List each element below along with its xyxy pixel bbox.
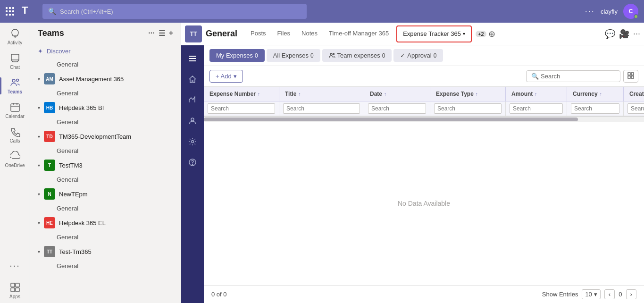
add-button[interactable]: + Add ▾ [209, 70, 243, 83]
team-sub-general-td[interactable]: General [30, 145, 181, 157]
avatar[interactable]: C [623, 4, 638, 19]
video-icon[interactable]: 🎥 [619, 29, 629, 39]
table-search-box[interactable]: 🔍 Search [526, 70, 620, 82]
app-nav-sidebar [181, 45, 204, 303]
sidebar-label-activity: Activity [8, 40, 23, 45]
filter-tab-approval[interactable]: ✓ Approval 0 [393, 49, 443, 62]
next-page-button[interactable]: › [626, 289, 636, 299]
team-group-tm365-dev[interactable]: ▾ TD TM365-DevelopmentTeam [30, 128, 181, 145]
app-nav-settings[interactable] [183, 132, 202, 151]
add-tab-button[interactable]: ⊕ [488, 29, 495, 39]
sidebar-item-more[interactable]: ··· [0, 256, 30, 275]
chat-icon[interactable]: 💬 [605, 29, 615, 39]
app-nav-chart[interactable] [183, 91, 202, 109]
svg-point-19 [192, 141, 194, 143]
content-area: TT General Posts Files Notes Time-off Ma… [181, 23, 644, 303]
search-input-created[interactable] [627, 103, 644, 114]
prev-page-button[interactable]: ‹ [604, 289, 615, 299]
search-input-expense-number[interactable] [208, 103, 275, 114]
team-group-testtm3[interactable]: ▾ T TestTM3 [30, 157, 181, 174]
search-expense-number[interactable] [204, 101, 279, 116]
search-input-date[interactable] [368, 103, 426, 114]
team-group-test-tm365[interactable]: ▾ TT Test-Tm365 [30, 243, 181, 260]
search-title[interactable] [279, 101, 364, 116]
sidebar-item-teams[interactable]: Teams [0, 74, 30, 98]
filter-tab-all-expenses[interactable]: All Expenses 0 [267, 49, 320, 62]
team-sub-general-he[interactable]: General [30, 231, 181, 243]
search-input-title[interactable] [283, 103, 360, 114]
search-input-type[interactable] [434, 103, 502, 114]
sort-date: ↑ [384, 92, 386, 97]
th-date[interactable]: Date ↑ [364, 87, 430, 101]
search-input-currency[interactable] [571, 103, 619, 114]
search-expense-type[interactable] [430, 101, 506, 116]
th-title[interactable]: Title ↑ [279, 87, 364, 101]
svg-rect-3 [6, 10, 8, 12]
app-nav-person[interactable] [183, 111, 202, 130]
search-date[interactable] [364, 101, 430, 116]
teams-add-icon[interactable]: + [169, 29, 173, 38]
team-sub-general-asset[interactable]: General [30, 87, 181, 99]
search-input-amount[interactable] [510, 103, 563, 114]
team-avatar-asset: AM [44, 73, 55, 84]
th-currency-label: Currency [573, 91, 598, 97]
team-group-helpdesk-bi[interactable]: ▾ HB Helpdesk 365 BI [30, 99, 181, 116]
search-amount[interactable] [506, 101, 567, 116]
team-group-newtepm[interactable]: ▾ N NewTEpm [30, 185, 181, 202]
sidebar-item-onedrive[interactable]: OneDrive [0, 147, 30, 172]
sidebar-label-onedrive: OneDrive [5, 163, 25, 168]
main-content: My Expenses 0 All Expenses 0 Team expens… [181, 45, 644, 303]
filter-tab-my-expenses[interactable]: My Expenses 0 [209, 49, 265, 62]
th-currency[interactable]: Currency ↑ [567, 87, 624, 101]
horizontal-scrollbar[interactable] [204, 116, 644, 122]
sort-amount: ↑ [535, 92, 537, 97]
svg-rect-0 [6, 7, 8, 9]
grid-view-button[interactable] [623, 70, 638, 83]
team-sub-general-tt[interactable]: General [30, 260, 181, 272]
teams-filter-icon[interactable]: ☰ [159, 29, 165, 38]
discover-item[interactable]: ✦ Discover [30, 44, 181, 59]
tab-posts[interactable]: Posts [245, 23, 272, 45]
tab-timeoff[interactable]: Time-off Manager 365 [323, 23, 394, 45]
checkmark-icon: ✓ [400, 52, 405, 59]
extra-tabs-badge[interactable]: +2 [476, 31, 486, 37]
sidebar-label-teams: Teams [8, 89, 22, 94]
th-expense-type[interactable]: Expense Type ↑ [430, 87, 506, 101]
team-sub-general-n[interactable]: General [30, 202, 181, 214]
table-search-row [204, 101, 644, 116]
sidebar-item-apps[interactable]: Apps [0, 278, 30, 303]
team-sub-general-t[interactable]: General [30, 174, 181, 185]
team-group-asset-management[interactable]: ▾ AM Asset Management 365 [30, 70, 181, 87]
avatar-initials: C [629, 8, 633, 15]
team-name-hb: Helpdesk 365 BI [59, 104, 104, 111]
sidebar-item-calendar[interactable]: Calendar [0, 98, 30, 123]
general-channel-item[interactable]: General [30, 59, 181, 70]
per-page-select[interactable]: 10 ▾ [582, 289, 600, 299]
search-currency[interactable] [567, 101, 624, 116]
filter-tab-team-expenses[interactable]: Team expenses 0 [322, 49, 392, 62]
sidebar-item-chat[interactable]: Chat [0, 49, 30, 74]
teams-more-icon[interactable]: ··· [148, 29, 154, 38]
waffle-menu-icon[interactable] [6, 7, 14, 16]
tab-files[interactable]: Files [272, 23, 296, 45]
th-created[interactable]: Created [624, 87, 644, 101]
sidebar-item-calls[interactable]: Calls [0, 123, 30, 147]
tab-expense-tracker[interactable]: Expense Tracker 365 ▾ [396, 25, 472, 42]
global-search-box[interactable]: 🔍 Search (Ctrl+Alt+E) [42, 4, 307, 19]
tab-notes[interactable]: Notes [296, 23, 323, 45]
team-group-helpdesk-el[interactable]: ▾ HE Helpdesk 365 EL [30, 214, 181, 231]
app-nav-menu[interactable] [183, 49, 202, 68]
app-nav-help[interactable] [183, 153, 202, 172]
team-sub-general-hb[interactable]: General [30, 116, 181, 128]
more-options-icon[interactable]: ··· [585, 7, 595, 17]
team-avatar-tt: TT [44, 246, 55, 257]
sidebar-item-activity[interactable]: Activity [0, 25, 30, 49]
tab-ellipsis-icon[interactable]: ··· [633, 29, 640, 39]
sidebar-label-chat: Chat [10, 65, 20, 70]
search-created[interactable] [624, 101, 644, 116]
th-expense-number[interactable]: Expense Number ↑ [204, 87, 279, 101]
th-amount[interactable]: Amount ↑ [506, 87, 567, 101]
th-expense-number-label: Expense Number [209, 91, 256, 97]
my-expenses-label: My Expenses [216, 52, 253, 59]
app-nav-home[interactable] [183, 70, 202, 89]
